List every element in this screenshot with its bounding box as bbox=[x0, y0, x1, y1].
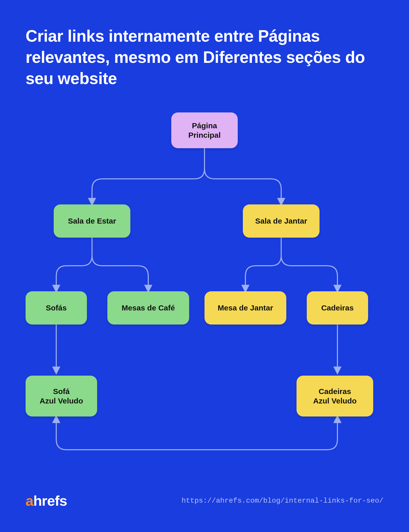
node-blue-velvet-sofa: SofáAzul Veludo bbox=[26, 376, 97, 417]
footer: ahrefs https://ahrefs.com/blog/internal-… bbox=[26, 492, 383, 509]
node-dining-room: Sala de Jantar bbox=[243, 204, 320, 238]
node-dining-table: Mesa de Jantar bbox=[204, 291, 286, 325]
brand-logo-rest: hrefs bbox=[33, 493, 67, 509]
node-sofas: Sofás bbox=[26, 291, 87, 325]
brand-logo-a: a bbox=[26, 493, 33, 509]
node-coffee-tables: Mesas de Café bbox=[107, 291, 189, 325]
node-chairs: Cadeiras bbox=[307, 291, 368, 325]
node-living-room: Sala de Estar bbox=[54, 204, 130, 238]
node-root: PáginaPrincipal bbox=[171, 112, 238, 148]
brand-logo: ahrefs bbox=[26, 492, 67, 509]
source-url: https://ahrefs.com/blog/internal-links-f… bbox=[181, 497, 383, 505]
diagram-title: Criar links internamente entre Páginas r… bbox=[26, 26, 383, 89]
node-blue-velvet-chairs: CadeirasAzul Veludo bbox=[297, 376, 373, 417]
